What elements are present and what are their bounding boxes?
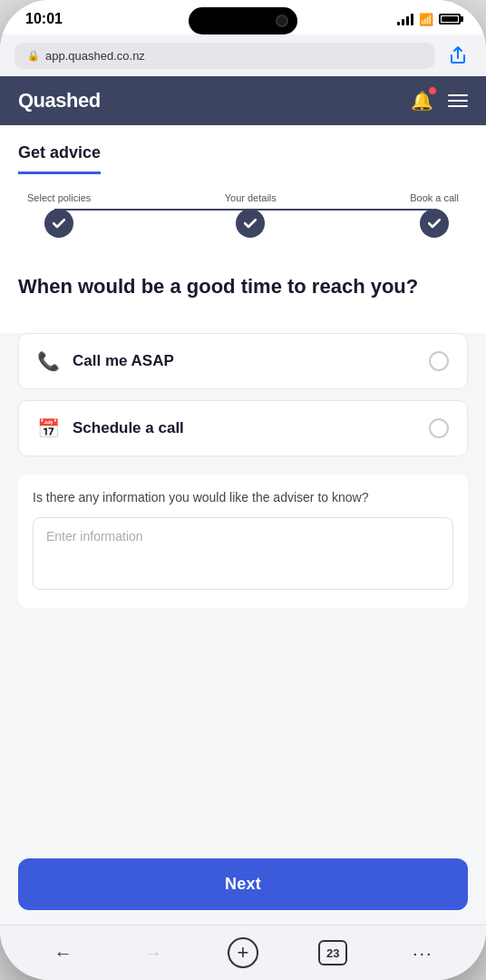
page-title: Get advice: [18, 143, 101, 174]
info-section: Is there any information you would like …: [18, 475, 468, 609]
tab-count: 23: [318, 940, 347, 965]
call-asap-label: Call me ASAP: [73, 352, 174, 370]
header-icons: 🔔: [411, 90, 468, 112]
url-text: app.quashed.co.nz: [45, 49, 145, 63]
step-3: Book a call: [410, 192, 459, 238]
wifi-icon: 📶: [419, 13, 433, 26]
forward-button[interactable]: →: [137, 936, 170, 969]
next-button[interactable]: Next: [18, 858, 468, 910]
step-3-circle: [420, 209, 449, 238]
notifications-button[interactable]: 🔔: [411, 90, 433, 112]
call-asap-option[interactable]: 📞 Call me ASAP: [18, 333, 468, 389]
step-2-label: Your details: [225, 192, 277, 203]
schedule-call-radio[interactable]: [429, 418, 449, 438]
main-content: Get advice Select policies Your details: [0, 125, 486, 925]
status-time: 10:01: [25, 11, 63, 27]
spacer: [0, 622, 486, 844]
status-bar: 10:01 📶: [0, 0, 486, 34]
step-1-circle: [44, 209, 73, 238]
forward-arrow-icon: →: [144, 943, 162, 964]
step-1: Select policies: [27, 192, 91, 238]
call-asap-radio[interactable]: [429, 351, 449, 371]
question-title: When would be a good time to reach you?: [18, 274, 468, 300]
lock-icon: 🔒: [27, 50, 40, 62]
app-logo: Quashed: [18, 89, 101, 113]
battery-icon: [439, 14, 461, 24]
tabs-button[interactable]: 23: [316, 936, 349, 969]
more-dots-icon: ···: [413, 943, 433, 964]
new-tab-button[interactable]: +: [227, 936, 259, 969]
share-button[interactable]: [444, 42, 471, 69]
phone-frame: 10:01 📶 🔒 app.quashed.co.nz: [0, 0, 486, 980]
info-textarea[interactable]: [33, 517, 453, 590]
plus-icon: +: [228, 937, 258, 968]
back-arrow-icon: ←: [54, 943, 73, 964]
more-button[interactable]: ···: [406, 936, 439, 969]
schedule-call-option[interactable]: 📅 Schedule a call: [18, 400, 468, 456]
phone-icon: 📞: [37, 350, 60, 372]
calendar-icon: 📅: [37, 417, 60, 439]
step-2-circle: [236, 209, 265, 238]
schedule-call-label: Schedule a call: [73, 419, 184, 437]
url-bar[interactable]: 🔒 app.quashed.co.nz: [15, 43, 435, 69]
signal-icon: [397, 13, 413, 25]
next-button-container: Next: [0, 844, 486, 925]
status-icons: 📶: [397, 13, 461, 26]
browser-bar: 🔒 app.quashed.co.nz: [0, 34, 486, 76]
page-title-container: Get advice: [18, 143, 468, 192]
camera-dot: [276, 15, 288, 27]
step-2: Your details: [225, 192, 277, 238]
info-label: Is there any information you would like …: [33, 489, 453, 507]
stepper: Select policies Your details: [18, 192, 468, 256]
browser-nav: ← → + 23 ···: [0, 925, 486, 980]
notification-badge: [428, 86, 437, 95]
menu-button[interactable]: [448, 94, 468, 107]
content-card: Get advice Select policies Your details: [0, 125, 486, 256]
question-section: When would be a good time to reach you?: [0, 256, 486, 333]
back-button[interactable]: ←: [47, 936, 80, 969]
notch: [189, 7, 297, 34]
step-3-label: Book a call: [410, 192, 459, 203]
app-header: Quashed 🔔: [0, 76, 486, 125]
step-1-label: Select policies: [27, 192, 91, 203]
